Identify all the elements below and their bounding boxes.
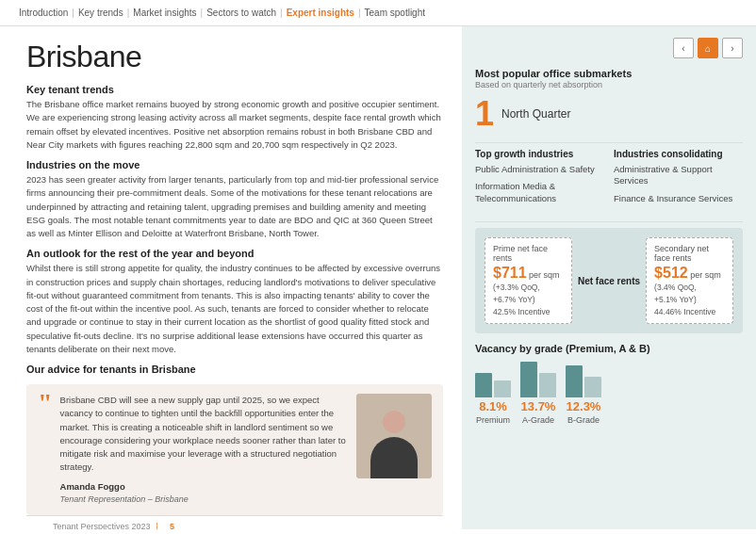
nav-home-button[interactable]: ⌂ xyxy=(698,38,718,58)
vacancy-item-bgrade: 12.3% B-Grade xyxy=(566,360,601,425)
bgrade-bar-secondary xyxy=(584,377,601,397)
nav-sep-3: | xyxy=(201,8,204,18)
consolidating-label: Industries consolidating xyxy=(614,149,743,159)
nav-item-sectors[interactable]: Sectors to watch xyxy=(206,8,276,18)
prime-rents-label: Prime net face rents xyxy=(493,244,564,263)
quote-content: Brisbane CBD will see a new supply gap u… xyxy=(60,394,347,506)
page-title: Brisbane xyxy=(26,40,443,74)
top-growth-label: Top growth industries xyxy=(475,149,604,159)
bgrade-bar-main xyxy=(566,365,583,397)
vacancy-item-agrade: 13.7% A-Grade xyxy=(520,360,556,425)
growth-industries-section: Top growth industries Public Administrat… xyxy=(475,149,743,210)
section-heading-outlook: An outlook for the rest of the year and … xyxy=(26,248,443,259)
vacancy-item-premium: 8.1% Premium xyxy=(475,360,511,425)
agrade-bar-main xyxy=(520,362,537,397)
agrade-pct: 13.7% xyxy=(521,399,556,413)
quote-text: Brisbane CBD will see a new supply gap u… xyxy=(60,394,347,475)
agrade-bar-secondary xyxy=(539,373,556,397)
consolidating-item-1: Administrative & Support Services xyxy=(614,164,743,187)
section-heading-industries: Industries on the move xyxy=(26,159,443,170)
footer-text: Tenant Perspectives 2023 xyxy=(53,522,151,529)
nav-item-introduction[interactable]: Introduction xyxy=(19,8,68,18)
bgrade-label: B-Grade xyxy=(567,415,600,425)
nav-sep-5: | xyxy=(358,8,361,18)
popular-office-display: 1 North Quarter xyxy=(475,97,743,131)
consolidating-col: Industries consolidating Administrative … xyxy=(614,149,743,210)
divider-2 xyxy=(475,221,743,222)
section-heading-advice: Our advice for tenants in Brisbane xyxy=(26,364,443,375)
nav-next-button[interactable]: › xyxy=(722,38,743,58)
top-navigation: Introduction | Key trends | Market insig… xyxy=(0,0,756,26)
bgrade-pct: 12.3% xyxy=(567,399,601,413)
nav-sep-4: | xyxy=(280,8,283,18)
submarket-name: North Quarter xyxy=(501,107,570,121)
section-body-industries: 2023 has seen greater activity from larg… xyxy=(26,173,443,240)
section-body-key-trends: The Brisbane office market remains buoye… xyxy=(26,98,443,152)
prime-rents-detail1: (+3.3% QoQ, xyxy=(493,282,564,294)
nav-sep-1: | xyxy=(72,8,74,18)
section-heading-key-trends: Key tenant trends xyxy=(26,84,443,95)
rents-section: Prime net face rents $711 per sqm (+3.3%… xyxy=(475,228,743,333)
vacancy-label: Vacancy by grade (Premium, A & B) xyxy=(475,343,743,354)
top-growth-item-1: Public Administration & Safety xyxy=(475,164,604,175)
section-industries-move: Industries on the move 2023 has seen gre… xyxy=(26,159,443,240)
person-body xyxy=(370,437,418,478)
quote-mark-icon: " xyxy=(38,390,53,506)
bgrade-bar-wrap xyxy=(566,360,601,397)
premium-bar-main xyxy=(475,373,492,397)
quote-author: Amanda Foggo xyxy=(60,480,347,494)
person-head xyxy=(383,411,405,433)
top-growth-item-2: Information Media & Telecommunications xyxy=(475,181,604,204)
nav-item-team-spotlight[interactable]: Team spotlight xyxy=(365,8,425,18)
vacancy-section: Vacancy by grade (Premium, A & B) 8.1% P… xyxy=(475,343,743,425)
prime-rents-box: Prime net face rents $711 per sqm (+3.3%… xyxy=(485,237,572,324)
nav-arrows-group: ‹ ⌂ › xyxy=(475,38,743,58)
prime-rents-detail2: +6.7% YoY) xyxy=(493,294,564,306)
prime-rents-unit: per sqm xyxy=(529,270,560,280)
secondary-rents-box: Secondary net face rents $512 per sqm (3… xyxy=(646,237,733,324)
nav-prev-button[interactable]: ‹ xyxy=(673,38,694,58)
rents-center-label: Net face rents xyxy=(578,276,640,286)
rank-number: 1 xyxy=(475,97,494,131)
left-panel: Brisbane Key tenant trends The Brisbane … xyxy=(0,26,462,529)
right-panel: ‹ ⌂ › Most popular office submarkets Bas… xyxy=(462,26,756,529)
premium-bar-wrap xyxy=(475,360,511,397)
section-outlook: An outlook for the rest of the year and … xyxy=(26,248,443,356)
main-layout: Brisbane Key tenant trends The Brisbane … xyxy=(0,26,756,529)
nav-item-key-trends[interactable]: Key trends xyxy=(78,8,123,18)
person-silhouette xyxy=(366,403,422,478)
footer-bar: Tenant Perspectives 2023 | 5 xyxy=(26,515,443,529)
quote-role: Tenant Representation – Brisbane xyxy=(60,494,347,507)
secondary-rents-price: $512 xyxy=(654,265,688,281)
nav-item-expert-insights[interactable]: Expert insights xyxy=(287,8,354,18)
secondary-rents-label: Secondary net face rents xyxy=(654,244,725,263)
secondary-rents-price-wrap: $512 per sqm xyxy=(654,265,725,282)
section-body-outlook: Whilst there is still strong appetite fo… xyxy=(26,262,443,356)
secondary-rents-detail1: (3.4% QoQ, xyxy=(654,282,725,294)
quote-block: " Brisbane CBD will see a new supply gap… xyxy=(26,384,443,515)
prime-rents-price-wrap: $711 per sqm xyxy=(493,265,564,282)
secondary-rents-detail3: 44.46% Incentive xyxy=(654,306,725,318)
consolidating-item-2: Finance & Insurance Services xyxy=(614,193,743,204)
section-key-tenant-trends: Key tenant trends The Brisbane office ma… xyxy=(26,84,443,152)
expert-photo xyxy=(356,394,432,478)
top-growth-col: Top growth industries Public Administrat… xyxy=(475,149,604,210)
divider-1 xyxy=(475,142,743,143)
most-popular-section: Most popular office submarkets Based on … xyxy=(475,68,743,131)
prime-rents-price: $711 xyxy=(493,265,527,281)
agrade-label: A-Grade xyxy=(522,415,554,425)
section-advice: Our advice for tenants in Brisbane " Bri… xyxy=(26,364,443,515)
agrade-bar-wrap xyxy=(520,360,556,397)
premium-pct: 8.1% xyxy=(479,399,507,413)
vacancy-bars: 8.1% Premium 13.7% A-Grade xyxy=(475,360,743,425)
secondary-rents-unit: per sqm xyxy=(690,270,721,280)
nav-item-market-insights[interactable]: Market insights xyxy=(133,8,196,18)
most-popular-label: Most popular office submarkets xyxy=(475,68,743,79)
premium-bar-secondary xyxy=(494,380,511,397)
page-number: 5 xyxy=(170,522,174,529)
secondary-rents-detail2: +5.1% YoY) xyxy=(654,294,725,306)
footer-divider: | xyxy=(156,522,158,529)
most-popular-sublabel: Based on quarterly net absorption xyxy=(475,80,743,89)
prime-rents-detail3: 42.5% Incentive xyxy=(493,306,564,318)
premium-grade-label: Premium xyxy=(476,415,510,425)
